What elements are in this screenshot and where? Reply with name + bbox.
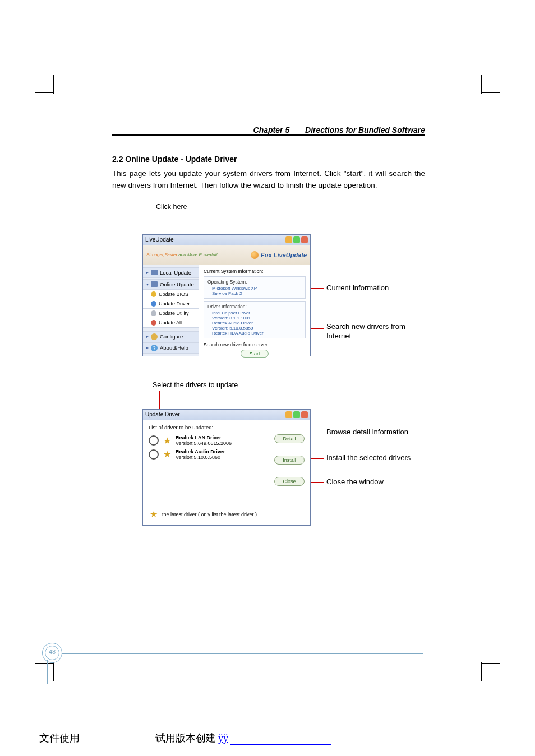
titlebar: Update Driver bbox=[143, 410, 310, 420]
callout-line bbox=[311, 435, 324, 435]
titlebar: LiveUpdate bbox=[143, 235, 310, 245]
liveupdate-window: LiveUpdate Stronger,Faster and More Powe… bbox=[142, 234, 311, 356]
section-title: 2.2 Online Update - Update Driver bbox=[112, 155, 425, 164]
tagline: Stronger,Faster and More Powerful! bbox=[146, 252, 218, 257]
section-body: This page lets you update your system dr… bbox=[112, 168, 425, 192]
footer-rule bbox=[62, 653, 423, 654]
minimize-icon[interactable] bbox=[285, 411, 292, 418]
watermark-link[interactable]: ÿÿ bbox=[218, 732, 228, 744]
radio-icon[interactable] bbox=[149, 435, 159, 446]
annotation-line bbox=[159, 391, 160, 411]
figure-update-driver: Select the drivers to update Update Driv… bbox=[112, 381, 425, 527]
window-title: LiveUpdate bbox=[145, 236, 174, 243]
annotation-line bbox=[172, 213, 172, 235]
dot-icon bbox=[151, 291, 156, 297]
dot-icon bbox=[151, 320, 156, 326]
dot-icon bbox=[151, 301, 156, 307]
radio-icon[interactable] bbox=[149, 449, 159, 460]
close-button[interactable]: Close bbox=[274, 477, 305, 486]
callout-line bbox=[311, 458, 324, 459]
sidebar-local-update[interactable]: ▸Local Update bbox=[143, 267, 199, 278]
figure-liveupdate: Click here LiveUpdate Stronger,Faster an… bbox=[112, 203, 425, 360]
callout-line bbox=[311, 482, 324, 483]
close-icon[interactable] bbox=[301, 411, 308, 418]
update-driver-window: Update Driver List of driver to be updat… bbox=[142, 409, 311, 526]
callout-line bbox=[311, 328, 324, 329]
callout-close: Close the window bbox=[326, 477, 384, 486]
sysinfo-heading: Current System Information: bbox=[204, 268, 306, 274]
sidebar-about-help[interactable]: ▸?About&Help bbox=[143, 342, 199, 354]
driver-panel: Driver Information: Intel Chipset Driver… bbox=[204, 301, 306, 338]
annotation-select-drivers: Select the drivers to update bbox=[153, 381, 238, 389]
dot-icon bbox=[151, 310, 156, 316]
pc-icon bbox=[151, 281, 158, 287]
sidebar-update-driver[interactable]: Update Driver bbox=[143, 299, 199, 309]
brand-label: Fox LiveUpdate bbox=[251, 251, 307, 259]
chapter-number: Chapter 5 bbox=[253, 126, 290, 134]
help-icon: ? bbox=[151, 345, 158, 351]
chapter-title: Directions for Bundled Software bbox=[305, 126, 425, 134]
callout-line bbox=[311, 288, 324, 289]
star-icon: ★ bbox=[149, 509, 159, 520]
page-number: 48 bbox=[42, 648, 62, 655]
sidebar-configure[interactable]: ▸Configure bbox=[143, 331, 199, 342]
maximize-icon[interactable] bbox=[293, 236, 300, 243]
callout-detail: Browse detail information bbox=[326, 427, 416, 437]
chapter-header: Chapter 5 Directions for Bundled Softwar… bbox=[112, 126, 425, 134]
star-icon: ★ bbox=[162, 435, 172, 446]
gear-icon bbox=[151, 333, 158, 340]
main-panel: Current System Information: Operating Sy… bbox=[199, 265, 310, 356]
annotation-click-here: Click here bbox=[156, 203, 187, 211]
page-number-badge: 48 bbox=[42, 643, 62, 663]
os-panel: Operating System: Microsoft Windows XP S… bbox=[204, 276, 306, 299]
sidebar-update-bios[interactable]: Update BIOS bbox=[143, 289, 199, 299]
install-button[interactable]: Install bbox=[274, 456, 305, 465]
window-title: Update Driver bbox=[145, 411, 180, 418]
pdf-watermark: 文件使用 试用版本创建 ÿÿ bbox=[39, 731, 496, 745]
detail-button[interactable]: Detail bbox=[274, 434, 305, 443]
legend: ★ the latest driver ( only list the late… bbox=[149, 509, 259, 520]
callout-search: Search new drivers from Internet bbox=[326, 322, 416, 341]
banner: Stronger,Faster and More Powerful! Fox L… bbox=[143, 245, 310, 265]
search-label: Search new driver from server: bbox=[204, 342, 306, 347]
close-icon[interactable] bbox=[301, 236, 308, 243]
callout-current-info: Current information bbox=[326, 284, 389, 292]
sidebar: ▸Local Update ▾Online Update Update BIOS… bbox=[143, 265, 199, 356]
list-label: List of driver to be updated: bbox=[149, 424, 305, 430]
pc-icon bbox=[151, 270, 158, 275]
maximize-icon[interactable] bbox=[293, 411, 300, 418]
sidebar-online-update[interactable]: ▾Online Update bbox=[143, 279, 199, 290]
fox-icon bbox=[251, 251, 259, 259]
sidebar-update-all[interactable]: Update All bbox=[143, 318, 199, 328]
star-icon: ★ bbox=[162, 449, 172, 460]
callout-install: Install the selected drivers bbox=[326, 453, 422, 463]
minimize-icon[interactable] bbox=[285, 236, 292, 243]
sidebar-update-utility[interactable]: Update Utility bbox=[143, 308, 199, 318]
header-rule bbox=[112, 134, 425, 136]
start-button[interactable]: Start bbox=[241, 350, 268, 358]
